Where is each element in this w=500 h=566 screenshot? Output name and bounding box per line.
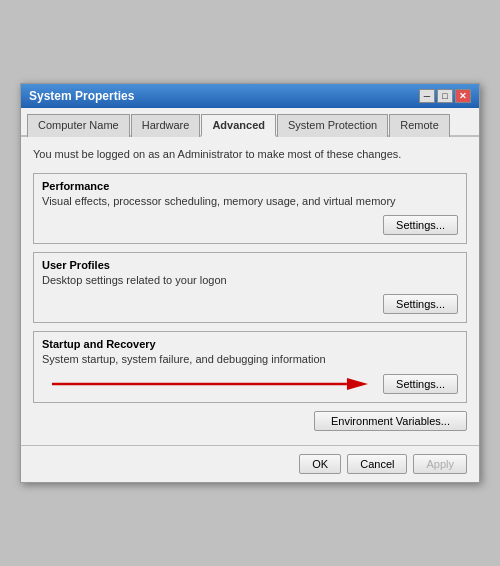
- red-arrow-icon: [52, 373, 368, 395]
- performance-title: Performance: [42, 180, 458, 192]
- env-variables-row: Environment Variables...: [33, 411, 467, 431]
- tab-content: You must be logged on as an Administrato…: [21, 137, 479, 445]
- title-bar: System Properties ─ □ ✕: [21, 84, 479, 108]
- user-profiles-title: User Profiles: [42, 259, 458, 271]
- title-bar-controls: ─ □ ✕: [419, 89, 471, 103]
- env-variables-button[interactable]: Environment Variables...: [314, 411, 467, 431]
- cancel-button[interactable]: Cancel: [347, 454, 407, 474]
- minimize-button[interactable]: ─: [419, 89, 435, 103]
- apply-button[interactable]: Apply: [413, 454, 467, 474]
- tab-advanced[interactable]: Advanced: [201, 114, 276, 137]
- maximize-button[interactable]: □: [437, 89, 453, 103]
- user-profiles-desc: Desktop settings related to your logon: [42, 273, 458, 288]
- bottom-bar: OK Cancel Apply: [21, 445, 479, 482]
- window-title: System Properties: [29, 89, 134, 103]
- admin-notice: You must be logged on as an Administrato…: [33, 147, 467, 162]
- startup-recovery-desc: System startup, system failure, and debu…: [42, 352, 458, 367]
- tab-bar: Computer Name Hardware Advanced System P…: [21, 108, 479, 137]
- system-properties-window: System Properties ─ □ ✕ Computer Name Ha…: [20, 83, 480, 483]
- close-button[interactable]: ✕: [455, 89, 471, 103]
- performance-section: Performance Visual effects, processor sc…: [33, 173, 467, 244]
- startup-recovery-section: Startup and Recovery System startup, sys…: [33, 331, 467, 402]
- startup-recovery-title: Startup and Recovery: [42, 338, 458, 350]
- user-profiles-settings-button[interactable]: Settings...: [383, 294, 458, 314]
- startup-recovery-settings-button[interactable]: Settings...: [383, 374, 458, 394]
- performance-desc: Visual effects, processor scheduling, me…: [42, 194, 458, 209]
- performance-settings-button[interactable]: Settings...: [383, 215, 458, 235]
- ok-button[interactable]: OK: [299, 454, 341, 474]
- tab-computer-name[interactable]: Computer Name: [27, 114, 130, 137]
- tab-remote[interactable]: Remote: [389, 114, 450, 137]
- tab-system-protection[interactable]: System Protection: [277, 114, 388, 137]
- user-profiles-section: User Profiles Desktop settings related t…: [33, 252, 467, 323]
- tab-hardware[interactable]: Hardware: [131, 114, 201, 137]
- svg-marker-1: [347, 378, 368, 390]
